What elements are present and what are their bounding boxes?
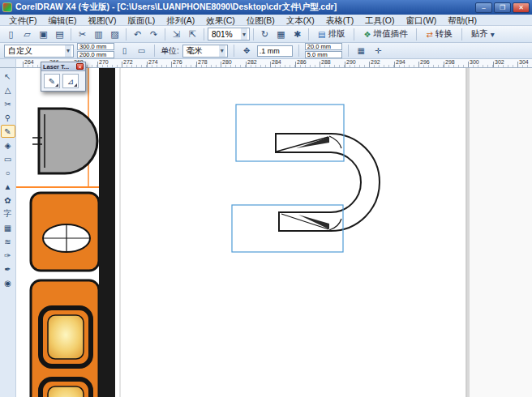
paper-height-field[interactable]: 200.0 mm: [77, 51, 114, 58]
dynamic-guides-button[interactable]: ✛: [371, 45, 385, 58]
ruler-origin[interactable]: [0, 59, 16, 68]
ruler-tick: 302: [495, 59, 504, 65]
flyout-titlebar[interactable]: Laser T... ✕: [41, 62, 85, 71]
convert-button[interactable]: ⇄ 转换: [420, 28, 457, 41]
paste-button[interactable]: ▨: [107, 28, 122, 41]
crop-tool[interactable]: ✂: [1, 97, 15, 110]
ruler-tick: 298: [445, 59, 455, 65]
interactive-blend-tool[interactable]: ≋: [1, 235, 15, 248]
nudge-icon: ✥: [240, 45, 254, 58]
duplicate-y-field[interactable]: 5.0 mm: [305, 51, 342, 58]
drawing-canvas[interactable]: [16, 68, 532, 397]
menu-text[interactable]: 文本(X): [281, 15, 320, 26]
separator: [461, 28, 462, 41]
open-button[interactable]: ▱: [19, 28, 35, 41]
units-combo[interactable]: 毫米 ▾: [182, 45, 228, 58]
print-icon: ▤: [55, 29, 63, 40]
undo-button[interactable]: ↶: [130, 28, 145, 41]
import-button[interactable]: ⇲: [169, 28, 184, 41]
portrait-button[interactable]: ▯: [118, 45, 131, 58]
paper-preset-combo[interactable]: 自定义 ▾: [4, 45, 74, 58]
separator: [348, 45, 349, 57]
shape-tool[interactable]: △: [1, 83, 15, 96]
pick-tool[interactable]: ↖: [1, 70, 15, 83]
zoom-level-combo[interactable]: 801% ▾: [208, 28, 250, 41]
rectangle-tool[interactable]: ▭: [1, 152, 15, 165]
zoom-tool-icon: ⚲: [5, 113, 11, 122]
freehand-tool-icon: ✎: [4, 127, 11, 136]
phone-side-bar[interactable]: [99, 68, 115, 397]
eyedropper-tool[interactable]: ✑: [1, 249, 15, 262]
maximize-button[interactable]: ❐: [494, 2, 511, 13]
menu-table[interactable]: 表格(T): [320, 15, 359, 26]
laser-tool-1-button[interactable]: ✎: [44, 74, 60, 88]
portrait-icon: ▯: [122, 46, 127, 55]
text-tool[interactable]: 字: [1, 207, 15, 220]
outline-tool[interactable]: ✒: [1, 263, 15, 275]
snap-button[interactable]: 贴齐 ▾: [466, 28, 500, 41]
menu-arrange[interactable]: 排列(A): [161, 15, 200, 26]
menu-view[interactable]: 视图(V): [82, 15, 122, 26]
menu-layout[interactable]: 版面(L): [122, 15, 161, 26]
laser-tool-2-button[interactable]: ⊿: [62, 74, 79, 88]
redo-button[interactable]: ↷: [146, 28, 161, 41]
drawing-svg[interactable]: [16, 68, 532, 397]
basic-shapes-tool[interactable]: ✿: [1, 194, 15, 207]
separator: [354, 28, 354, 41]
nudge-offset-field[interactable]: .1 mm: [257, 45, 293, 57]
typesetting-label: 排版: [328, 28, 345, 40]
landscape-button[interactable]: ▭: [135, 45, 148, 58]
new-button[interactable]: ▯: [3, 28, 19, 41]
cut-button[interactable]: ✂: [75, 28, 90, 41]
snap-options-button[interactable]: ▦: [354, 45, 368, 58]
pick-tool-icon: ↖: [4, 72, 11, 81]
freehand-tool[interactable]: ✎: [1, 125, 15, 138]
menu-effects[interactable]: 效果(C): [200, 15, 241, 26]
options-button[interactable]: ✱: [290, 28, 305, 41]
smart-fill-tool[interactable]: ◈: [1, 139, 15, 152]
menu-edit[interactable]: 编辑(E): [42, 15, 82, 26]
polygon-tool[interactable]: ▲: [1, 180, 15, 193]
menu-bitmaps[interactable]: 位图(B): [241, 15, 281, 26]
close-button[interactable]: ✕: [513, 2, 530, 13]
undo-icon: ↶: [134, 29, 141, 40]
coreldraw-app-icon: [2, 2, 12, 12]
menu-file[interactable]: 文件(F): [3, 15, 42, 26]
laser-tool-flyout[interactable]: Laser T... ✕ ✎ ⊿: [41, 62, 86, 92]
typesetting-button[interactable]: ▤ 排版: [312, 28, 350, 41]
ruler-tick: 294: [396, 59, 405, 65]
open-icon: ▱: [24, 29, 30, 40]
copy-button[interactable]: ▥: [91, 28, 106, 41]
snap-grid-button[interactable]: ▦: [273, 28, 289, 41]
fill-tool[interactable]: ◉: [1, 276, 15, 289]
zoom-tool[interactable]: ⚲: [1, 111, 15, 124]
refresh-button[interactable]: ↻: [257, 28, 272, 41]
export-button[interactable]: ⇱: [185, 28, 200, 41]
table-tool-icon: ▦: [4, 224, 11, 233]
menu-window[interactable]: 窗口(W): [400, 15, 442, 26]
paper-width-field[interactable]: 300.0 mm: [77, 43, 114, 50]
minimize-button[interactable]: –: [475, 2, 492, 13]
menu-tools[interactable]: 工具(O): [359, 15, 400, 26]
menu-help[interactable]: 帮助(H): [442, 15, 483, 26]
print-button[interactable]: ▤: [52, 28, 67, 41]
plugins-button[interactable]: ❖ 增值插件: [358, 28, 413, 41]
ruler-tick: 264: [24, 59, 34, 65]
shape-tool-icon: △: [5, 86, 11, 95]
table-tool[interactable]: ▦: [1, 221, 15, 234]
titlebar: CorelDRAW X4 (专业版) - [C:\Users\LUANPHONE…: [0, 0, 532, 15]
phone-key-2[interactable]: [48, 386, 84, 397]
flyout-close-button[interactable]: ✕: [76, 63, 84, 70]
window-title: CorelDRAW X4 (专业版) - [C:\Users\LUANPHONE…: [15, 2, 472, 13]
c-shape-object[interactable]: [276, 134, 380, 231]
horizontal-ruler[interactable]: 264 266 268 270 272 274 276 278 280 282 …: [16, 59, 532, 68]
convert-label: 转换: [435, 28, 453, 40]
save-button[interactable]: ▣: [36, 28, 51, 41]
duplicate-x-field[interactable]: 20.0 mm: [305, 43, 342, 50]
phone-key-1[interactable]: [48, 315, 84, 359]
phone-d-button[interactable]: [39, 109, 97, 173]
property-bar: 自定义 ▾ 300.0 mm 200.0 mm ▯ ▭ 单位: 毫米 ▾ ✥ .…: [0, 43, 532, 59]
options-icon: ✱: [294, 29, 301, 40]
ellipse-tool[interactable]: ○: [1, 166, 15, 179]
new-icon: ▯: [8, 29, 13, 40]
